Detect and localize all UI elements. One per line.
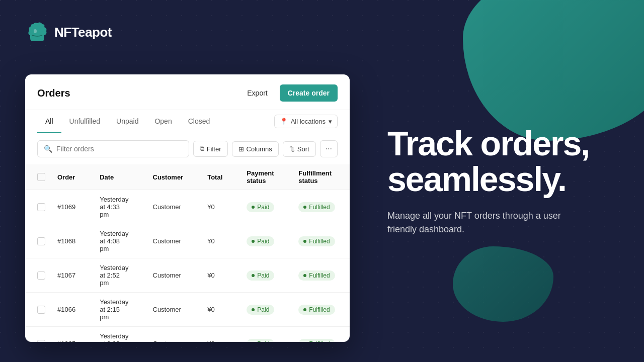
order-customer: Customer [141, 293, 196, 327]
col-customer: Customer [141, 164, 196, 190]
location-pin-icon: 📍 [280, 118, 288, 125]
tab-unpaid[interactable]: Unpaid [108, 110, 146, 133]
paid-dot [252, 274, 255, 277]
order-payment-status: Paid [234, 327, 286, 342]
filter-button[interactable]: ⧉ Filter [193, 141, 228, 157]
fulfillment-badge: Fulfilled [298, 236, 335, 246]
filter-label: Filter [207, 145, 221, 153]
paid-dot [252, 308, 255, 311]
create-order-button[interactable]: Create order [280, 84, 338, 102]
order-items: 1 item [347, 258, 350, 293]
order-payment-status: Paid [234, 258, 286, 293]
col-fulfillment-status: Fulfillment status [286, 164, 347, 190]
order-total: ¥0 [195, 293, 234, 327]
paid-dot [252, 240, 255, 243]
order-payment-status: Paid [234, 190, 286, 224]
table-row[interactable]: #1065 Yesterday at 2:02 pm Customer ¥0 P… [25, 327, 350, 342]
fulfillment-badge: Fulfilled [298, 305, 335, 315]
tabs-row: All Unfulfilled Unpaid Open Closed 📍 All… [25, 110, 350, 133]
order-total: ¥0 [195, 327, 234, 342]
search-icon: 🔍 [44, 145, 52, 153]
order-date: Yesterday at 4:08 pm [88, 224, 140, 258]
columns-icon: ⊞ [238, 145, 244, 153]
filter-icon: ⧉ [200, 145, 204, 153]
order-date: Yesterday at 2:15 pm [88, 293, 140, 327]
row-checkbox[interactable] [37, 306, 45, 314]
hero-title: Track orders, seamlessly. [387, 126, 614, 198]
order-number: #1069 [45, 190, 88, 224]
hero-subtitle: Manage all your NFT orders through a use… [387, 209, 579, 236]
table-row[interactable]: #1069 Yesterday at 4:33 pm Customer ¥0 P… [25, 190, 350, 224]
table-row[interactable]: #1068 Yesterday at 4:08 pm Customer ¥0 P… [25, 224, 350, 258]
left-panel: NFTeapot Orders Export Create order All … [0, 0, 367, 362]
row-checkbox[interactable] [37, 203, 45, 211]
order-fulfillment-status: Fulfilled [286, 293, 347, 327]
fulfillment-badge: Fulfilled [298, 339, 335, 342]
sort-button[interactable]: ⇅ Sort [283, 141, 316, 157]
order-date: Yesterday at 4:33 pm [88, 190, 140, 224]
col-total: Total [195, 164, 234, 190]
payment-badge: Paid [247, 236, 274, 246]
tabs: All Unfulfilled Unpaid Open Closed [37, 110, 218, 133]
order-items: 1 item [347, 190, 350, 224]
right-panel: Track orders, seamlessly. Manage all you… [367, 0, 644, 362]
order-fulfillment-status: Fulfilled [286, 327, 347, 342]
order-customer: Customer [141, 327, 196, 342]
order-fulfillment-status: Fulfilled [286, 258, 347, 293]
export-button[interactable]: Export [240, 85, 274, 101]
tab-unfulfilled[interactable]: Unfulfilled [61, 110, 108, 133]
header-actions: Export Create order [240, 84, 338, 102]
location-selector[interactable]: 📍 All locations ▾ [274, 115, 338, 128]
table-row[interactable]: #1067 Yesterday at 2:52 pm Customer ¥0 P… [25, 258, 350, 293]
payment-badge: Paid [247, 339, 274, 342]
order-total: ¥0 [195, 190, 234, 224]
payment-badge: Paid [247, 270, 274, 281]
order-customer: Customer [141, 224, 196, 258]
order-fulfillment-status: Fulfilled [286, 190, 347, 224]
orders-table: Order Date Customer Total Payment status… [25, 164, 350, 342]
fulfilled-dot [303, 206, 306, 209]
location-label: All locations [291, 118, 326, 125]
columns-label: Columns [247, 145, 272, 153]
order-number: #1065 [45, 327, 88, 342]
table-row[interactable]: #1066 Yesterday at 2:15 pm Customer ¥0 P… [25, 293, 350, 327]
fulfillment-badge: Fulfilled [298, 270, 335, 281]
tab-all[interactable]: All [37, 110, 61, 133]
chevron-down-icon: ▾ [329, 118, 332, 125]
col-items: Items [347, 164, 350, 190]
more-button[interactable]: ··· [320, 140, 338, 157]
row-checkbox[interactable] [37, 340, 45, 342]
order-number: #1066 [45, 293, 88, 327]
fulfillment-badge: Fulfilled [298, 202, 335, 212]
paid-dot [252, 206, 255, 209]
orders-card: Orders Export Create order All Unfulfill… [25, 74, 350, 342]
order-items: 1 item [347, 327, 350, 342]
logo-icon [25, 20, 49, 44]
select-all-checkbox[interactable] [37, 173, 45, 181]
card-header: Orders Export Create order [25, 74, 350, 110]
order-date: Yesterday at 2:52 pm [88, 258, 140, 293]
col-payment-status: Payment status [234, 164, 286, 190]
row-checkbox[interactable] [37, 272, 45, 280]
order-total: ¥0 [195, 258, 234, 293]
payment-badge: Paid [247, 202, 274, 212]
tab-open[interactable]: Open [146, 110, 180, 133]
logo: NFTeapot [25, 20, 112, 44]
order-payment-status: Paid [234, 224, 286, 258]
col-order: Order [45, 164, 88, 190]
order-total: ¥0 [195, 224, 234, 258]
sort-icon: ⇅ [289, 145, 295, 153]
payment-badge: Paid [247, 305, 274, 315]
tab-closed[interactable]: Closed [180, 110, 218, 133]
order-customer: Customer [141, 190, 196, 224]
search-input[interactable] [56, 145, 183, 153]
columns-button[interactable]: ⊞ Columns [232, 141, 279, 157]
row-checkbox[interactable] [37, 237, 45, 245]
order-fulfillment-status: Fulfilled [286, 224, 347, 258]
order-number: #1068 [45, 224, 88, 258]
logo-text: NFTeapot [54, 25, 112, 40]
order-payment-status: Paid [234, 293, 286, 327]
svg-point-1 [34, 29, 37, 33]
search-box[interactable]: 🔍 [37, 140, 189, 157]
order-date: Yesterday at 2:02 pm [88, 327, 140, 342]
